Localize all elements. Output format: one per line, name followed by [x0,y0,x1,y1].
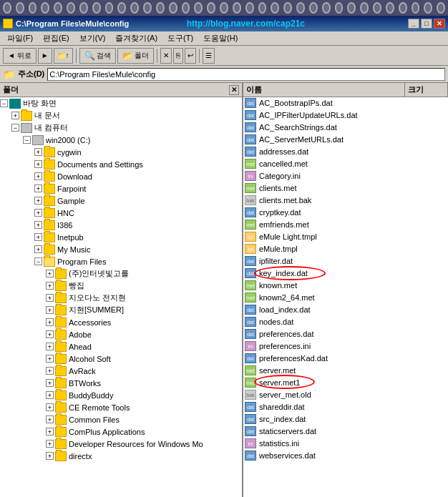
file-item-7[interactable]: metclients.met [243,182,448,195]
expand-btn-complus[interactable]: + [46,428,54,436]
file-item-1[interactable]: datAC_IPFilterUpdateURLs.dat [243,109,448,122]
folder-panel-close[interactable]: ✕ [229,85,239,95]
file-item-3[interactable]: datAC_ServerMetURLs.dat [243,134,448,146]
expand-btn-mymusic[interactable]: + [34,245,42,253]
expand-btn-win2000[interactable]: − [23,136,31,144]
expand-btn-gample[interactable]: + [34,197,42,205]
file-item-23[interactable]: metserver.met1 [243,377,448,389]
tree-item-gample[interactable]: +Gample [0,195,242,207]
expand-btn-desktop[interactable]: − [0,99,8,107]
tree-item-mycomputer[interactable]: −내 컴퓨터 [0,122,242,134]
file-list[interactable]: datAC_BootstrapIPs.datdatAC_IPFilterUpda… [243,97,448,497]
expand-btn-bbang[interactable]: + [46,282,54,290]
file-item-20[interactable]: inipreferences.ini [243,340,448,353]
expand-btn-adobe[interactable]: + [46,330,54,338]
file-item-13[interactable]: datipfilter.dat [243,255,448,267]
expand-btn-avrack[interactable]: + [46,367,54,375]
tree-item-devresources[interactable]: +Developer Resources for Windows Mo [0,438,242,450]
file-item-11[interactable]: tpleMule Light.tmpl [243,231,448,243]
col-name-header[interactable]: 이름 [243,83,405,97]
col-size-header[interactable]: 크기 [405,83,448,97]
file-item-24[interactable]: bakserver_met.old [243,389,448,401]
file-item-0[interactable]: datAC_BootstrapIPs.dat [243,97,448,109]
file-item-21[interactable]: datpreferencesKad.dat [243,353,448,365]
minimize-button[interactable]: _ [408,19,419,29]
tree-item-docssettings[interactable]: +Documents and Settings [0,158,242,170]
folders-button[interactable]: 📂 폴더 [117,48,154,64]
file-item-14[interactable]: datkey_index.dat [243,267,448,280]
file-item-8[interactable]: bakclients.met.bak [243,195,448,207]
tree-item-directx[interactable]: +directx [0,450,242,462]
file-item-26[interactable]: datsrc_index.dat [243,413,448,425]
properties-button[interactable]: ☰ [203,48,215,64]
tree-item-jio[interactable]: +지오다노 전지현 [0,292,242,304]
back-button[interactable]: ◄ 뒤로 [3,48,36,64]
tree-item-ceremotetools[interactable]: +CE Remote Tools [0,401,242,413]
menu-favorites[interactable]: 즐겨찾기(A) [111,31,162,45]
tree-item-cygwin[interactable]: +cygwin [0,146,242,158]
file-item-27[interactable]: datstaticservers.dat [243,425,448,438]
expand-btn-cygwin[interactable]: + [34,148,42,156]
maximize-button[interactable]: □ [421,19,432,29]
close-button[interactable]: ✕ [434,19,445,29]
tree-item-buddybuddy[interactable]: +BuddyBuddy [0,389,242,401]
tree-item-bbang[interactable]: +빵집 [0,280,242,292]
menu-tools[interactable]: 도구(T) [163,31,198,45]
file-item-28[interactable]: inistatistics.ini [243,438,448,450]
folder-tree[interactable]: −바탕 화면+내 문서−내 컴퓨터−win2000 (C:)+cygwin+Do… [0,97,242,497]
expand-btn-download[interactable]: + [34,172,42,180]
tree-item-jihyun[interactable]: +지현[SUMMER] [0,304,242,316]
file-item-19[interactable]: datpreferences.dat [243,328,448,340]
tree-item-hnc[interactable]: +HNC [0,207,242,219]
file-item-5[interactable]: metcancelled.met [243,158,448,170]
expand-btn-docssettings[interactable]: + [34,160,42,168]
menu-view[interactable]: 보기(V) [75,31,110,45]
file-item-29[interactable]: datwebservices.dat [243,450,448,462]
expand-btn-programfiles[interactable]: − [34,257,42,265]
file-item-6[interactable]: iniCategory.ini [243,170,448,182]
expand-btn-hnc[interactable]: + [34,209,42,217]
tree-item-documents[interactable]: +내 문서 [0,109,242,122]
tree-item-mymusic[interactable]: +My Music [0,243,242,255]
file-item-9[interactable]: datcryptkey.dat [243,207,448,219]
menu-help[interactable]: 도움말(H) [199,31,242,45]
file-item-16[interactable]: metknown2_64.met [243,292,448,304]
expand-btn-unternehmen[interactable]: + [46,270,54,277]
tree-item-i386[interactable]: +I386 [0,219,242,231]
tree-item-alcoholsoft[interactable]: +Alcohol Soft [0,353,242,365]
file-item-4[interactable]: dataddresses.dat [243,146,448,158]
forward-button[interactable]: ► [38,48,52,64]
file-item-10[interactable]: metemfriends.met [243,219,448,231]
tree-item-desktop[interactable]: −바탕 화면 [0,97,242,109]
search-button[interactable]: 🔍 검색 [79,48,116,64]
expand-btn-mycomputer[interactable]: − [11,124,19,132]
undo-button[interactable]: ↩ [185,48,196,64]
expand-btn-inetpub[interactable]: + [34,233,42,241]
copy-button[interactable]: ⎘ [173,48,183,64]
tree-item-farpoint[interactable]: +Farpoint [0,182,242,195]
expand-btn-jio[interactable]: + [46,294,54,302]
tree-item-accessories[interactable]: +Accessories [0,316,242,328]
expand-btn-i386[interactable]: + [34,221,42,229]
expand-btn-buddybuddy[interactable]: + [46,391,54,399]
tree-item-btworks[interactable]: +BTWorks [0,377,242,389]
menu-edit[interactable]: 편집(E) [39,31,74,45]
move-button[interactable]: ✕ [160,48,172,64]
expand-btn-directx[interactable]: + [46,452,54,460]
tree-item-download[interactable]: +Download [0,170,242,182]
tree-item-avrack[interactable]: +AvRack [0,365,242,377]
tree-item-win2000[interactable]: −win2000 (C:) [0,134,242,146]
expand-btn-documents[interactable]: + [11,112,19,119]
up-button[interactable]: 📁↑ [54,48,73,64]
expand-btn-accessories[interactable]: + [46,318,54,326]
expand-btn-alcoholsoft[interactable]: + [46,355,54,363]
file-item-22[interactable]: metserver.met [243,365,448,377]
file-item-12[interactable]: tpleMule.tmpl [243,243,448,255]
file-item-2[interactable]: datAC_SearchStrings.dat [243,122,448,134]
file-item-18[interactable]: datnodes.dat [243,316,448,328]
expand-btn-farpoint[interactable]: + [34,184,42,192]
tree-item-unternehmen[interactable]: +(주)인터넷빛고를 [0,267,242,280]
expand-btn-devresources[interactable]: + [46,440,54,448]
tree-item-commonfiles[interactable]: +Common Files [0,413,242,425]
expand-btn-ceremotetools[interactable]: + [46,403,54,411]
